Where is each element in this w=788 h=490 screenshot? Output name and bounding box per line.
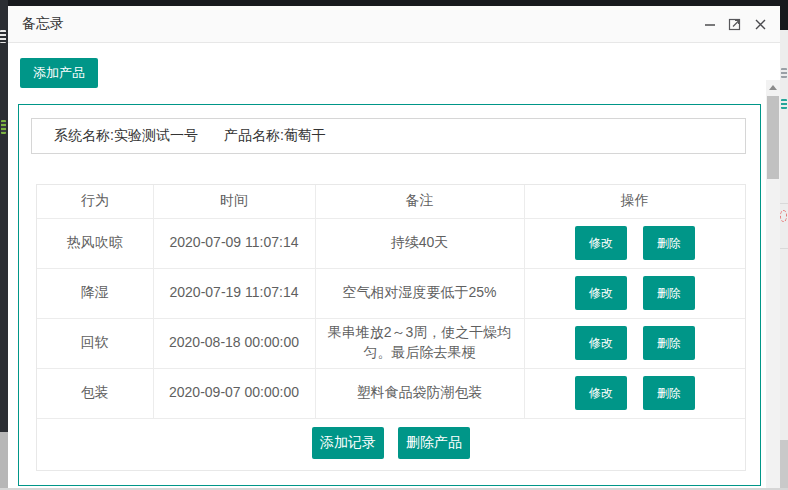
sidebar-menu-fragment-icon <box>0 30 6 43</box>
system-name-label: 系统名称:实验测试一号 <box>54 127 198 145</box>
edit-button[interactable]: 修改 <box>575 276 627 310</box>
background-badge-fragment-icon <box>780 210 787 222</box>
background-row-divider <box>780 248 788 249</box>
header-note: 备注 <box>315 185 524 218</box>
add-record-button[interactable]: 添加记录 <box>312 427 384 459</box>
cell-note: 空气相对湿度要低于25% <box>315 268 524 318</box>
maximize-icon[interactable] <box>727 16 743 32</box>
edit-button[interactable]: 修改 <box>575 326 627 360</box>
add-product-button[interactable]: 添加产品 <box>20 58 98 88</box>
cell-behavior: 包装 <box>37 368 153 418</box>
table-row: 降湿 2020-07-19 11:07:14 空气相对湿度要低于25% 修改 删… <box>37 268 745 318</box>
scroll-up-arrow-icon[interactable] <box>766 80 780 95</box>
cell-time: 2020-09-07 00:00:00 <box>153 368 315 418</box>
background-teal-fragment-icon <box>781 99 787 109</box>
background-row-divider <box>780 203 788 204</box>
header-behavior: 行为 <box>37 185 153 218</box>
screen: 备忘录 添加产品 <box>0 0 788 490</box>
delete-button[interactable]: 删除 <box>643 376 695 410</box>
delete-button[interactable]: 删除 <box>643 226 695 260</box>
table-header-row: 行为 时间 备注 操作 <box>37 185 745 218</box>
window-controls <box>702 16 768 32</box>
product-name-label: 产品名称:葡萄干 <box>224 127 326 145</box>
records-table: 行为 时间 备注 操作 热风吹晾 2020-07-09 11:07:14 持续4… <box>37 185 745 419</box>
dialog-content: 添加产品 系统名称:实验测试一号 产品名称:葡萄干 行为 <box>8 43 780 489</box>
cell-note: 塑料食品袋防潮包装 <box>315 368 524 418</box>
cell-actions: 修改 删除 <box>524 218 745 268</box>
dialog-title: 备忘录 <box>22 15 64 33</box>
edit-button[interactable]: 修改 <box>575 376 627 410</box>
delete-product-button[interactable]: 删除产品 <box>398 427 470 459</box>
background-page-right-strip <box>780 0 788 490</box>
product-panel: 系统名称:实验测试一号 产品名称:葡萄干 行为 时间 备注 <box>18 104 761 486</box>
delete-button[interactable]: 删除 <box>643 326 695 360</box>
cell-time: 2020-08-18 00:00:00 <box>153 318 315 368</box>
cell-note: 持续40天 <box>315 218 524 268</box>
product-info-bar: 系统名称:实验测试一号 产品名称:葡萄干 <box>31 118 746 154</box>
header-time: 时间 <box>153 185 315 218</box>
records-table-container: 行为 时间 备注 操作 热风吹晾 2020-07-09 11:07:14 持续4… <box>36 184 746 471</box>
dialog-scrollbar[interactable] <box>766 80 780 489</box>
table-row: 包装 2020-09-07 00:00:00 塑料食品袋防潮包装 修改 删除 <box>37 368 745 418</box>
table-row: 热风吹晾 2020-07-09 11:07:14 持续40天 修改 删除 <box>37 218 745 268</box>
cell-actions: 修改 删除 <box>524 268 745 318</box>
edit-button[interactable]: 修改 <box>575 226 627 260</box>
sidebar-status-fragment-icon <box>1 120 6 134</box>
header-actions: 操作 <box>524 185 745 218</box>
cell-behavior: 降湿 <box>37 268 153 318</box>
cell-actions: 修改 删除 <box>524 368 745 418</box>
background-page-sidebar <box>0 0 8 490</box>
background-page-sidebar-bottom <box>0 432 8 490</box>
delete-button[interactable]: 删除 <box>643 276 695 310</box>
cell-time: 2020-07-19 11:07:14 <box>153 268 315 318</box>
cell-behavior: 热风吹晾 <box>37 218 153 268</box>
table-row: 回软 2020-08-18 00:00:00 果串堆放2～3周，使之干燥均匀。最… <box>37 318 745 368</box>
background-page-header-corner <box>780 0 788 30</box>
table-footer: 添加记录 删除产品 <box>37 419 745 467</box>
background-list-fragment-icon <box>781 68 787 78</box>
cell-note: 果串堆放2～3周，使之干燥均匀。最后除去果梗 <box>315 318 524 368</box>
dialog-titlebar: 备忘录 <box>8 6 780 43</box>
memo-dialog: 备忘录 添加产品 <box>8 6 780 490</box>
cell-time: 2020-07-09 11:07:14 <box>153 218 315 268</box>
cell-behavior: 回软 <box>37 318 153 368</box>
close-icon[interactable] <box>752 16 768 32</box>
cell-actions: 修改 删除 <box>524 318 745 368</box>
background-page-bottom-corner <box>780 440 788 490</box>
scrollbar-thumb[interactable] <box>767 96 779 179</box>
minimize-icon[interactable] <box>702 16 718 32</box>
